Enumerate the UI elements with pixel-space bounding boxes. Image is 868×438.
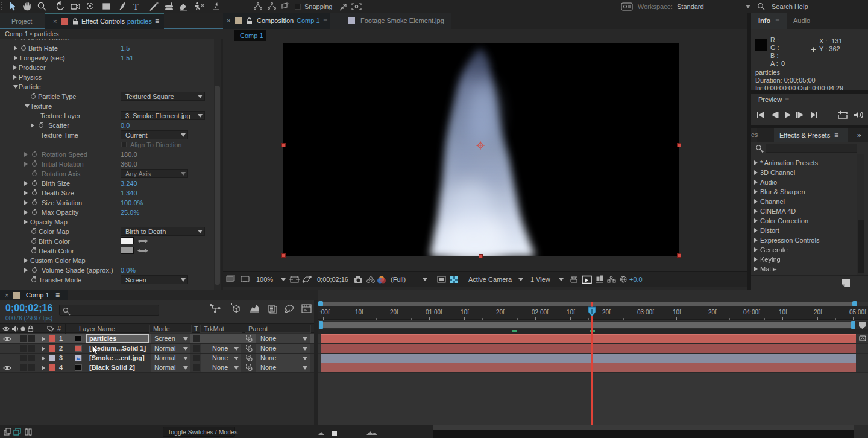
svg-text:100%: 100% bbox=[256, 276, 273, 283]
svg-text:0;00;02;16: 0;00;02;16 bbox=[317, 276, 348, 283]
svg-text:1 View: 1 View bbox=[530, 276, 550, 283]
svg-text:Active Camera: Active Camera bbox=[468, 276, 512, 283]
svg-text:(Full): (Full) bbox=[391, 276, 406, 283]
svg-text:+0.0: +0.0 bbox=[629, 276, 643, 283]
svg-text:T: T bbox=[133, 2, 139, 11]
